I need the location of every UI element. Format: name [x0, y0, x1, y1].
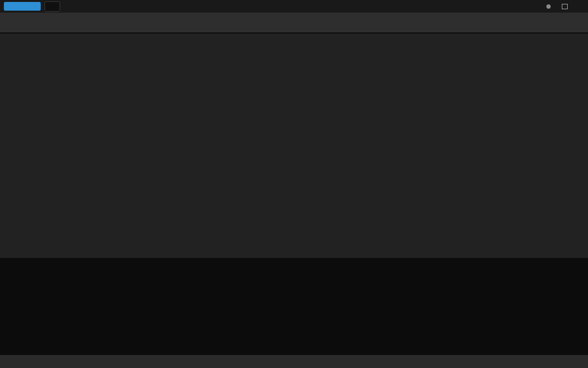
title-bar	[0, 0, 588, 13]
bitwig-logo	[287, 4, 302, 9]
bitwig-window	[0, 0, 588, 368]
status-bar	[0, 354, 588, 368]
template-button[interactable]	[4, 2, 41, 11]
device-panel	[0, 258, 588, 354]
restore-window-icon[interactable]	[562, 4, 568, 9]
project-tab[interactable]	[45, 1, 60, 12]
status-dot	[546, 4, 551, 9]
main-area	[0, 33, 588, 258]
transport-bar	[0, 13, 588, 33]
